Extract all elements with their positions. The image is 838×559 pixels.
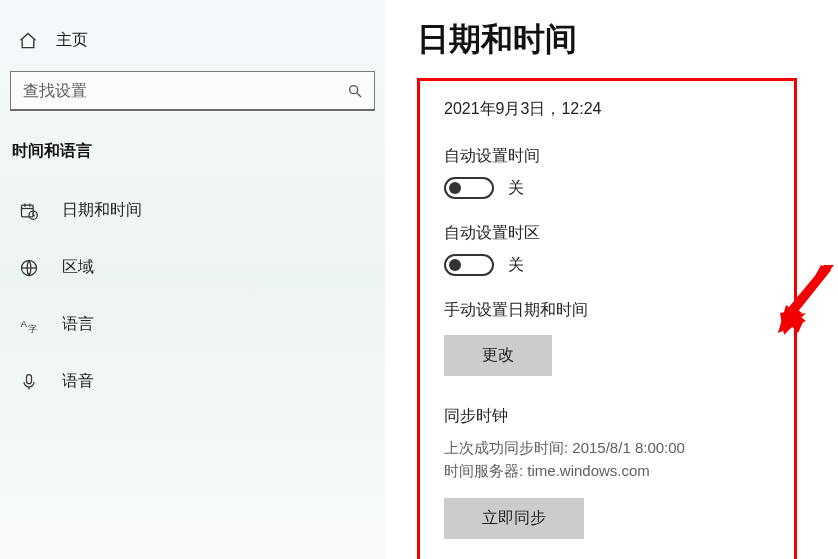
sync-clock-block: 同步时钟 上次成功同步时间: 2015/8/1 8:00:00 时间服务器: t…	[444, 406, 770, 539]
manual-datetime-label: 手动设置日期和时间	[444, 300, 770, 321]
language-icon: A 字	[18, 315, 40, 335]
settings-sidebar: 主页 时间和语言 日期和时间	[0, 0, 385, 559]
sidebar-item-speech[interactable]: 语音	[0, 353, 385, 410]
home-icon	[18, 31, 38, 51]
auto-timezone-toggle-row: 关	[444, 254, 770, 276]
sync-now-button[interactable]: 立即同步	[444, 498, 584, 539]
sidebar-section-header: 时间和语言	[0, 141, 385, 182]
page-title: 日期和时间	[417, 18, 838, 62]
svg-line-8	[33, 215, 35, 216]
toggle-knob	[449, 259, 461, 271]
sidebar-item-label: 区域	[62, 257, 94, 278]
current-datetime: 2021年9月3日，12:24	[444, 99, 770, 120]
auto-time-state: 关	[508, 178, 524, 199]
sync-clock-header: 同步时钟	[444, 406, 770, 427]
auto-time-toggle-row: 关	[444, 177, 770, 199]
change-button[interactable]: 更改	[444, 335, 552, 376]
home-label: 主页	[56, 30, 88, 51]
search-wrap	[10, 71, 375, 111]
auto-timezone-block: 自动设置时区 关	[444, 223, 770, 276]
auto-timezone-state: 关	[508, 255, 524, 276]
search-input[interactable]	[10, 71, 375, 111]
highlight-box: 2021年9月3日，12:24 自动设置时间 关 自动设置时区 关 手动设置日期…	[417, 78, 797, 559]
auto-timezone-toggle[interactable]	[444, 254, 494, 276]
microphone-icon	[18, 372, 40, 392]
sidebar-item-region[interactable]: 区域	[0, 239, 385, 296]
main-content: 日期和时间 2021年9月3日，12:24 自动设置时间 关 自动设置时区 关 …	[385, 0, 838, 559]
svg-text:A: A	[21, 318, 28, 328]
svg-line-1	[357, 93, 361, 97]
sync-server: 时间服务器: time.windows.com	[444, 460, 770, 483]
svg-rect-12	[27, 374, 32, 383]
manual-datetime-block: 手动设置日期和时间 更改	[444, 300, 770, 376]
sync-last-success: 上次成功同步时间: 2015/8/1 8:00:00	[444, 437, 770, 460]
sidebar-item-label: 日期和时间	[62, 200, 142, 221]
auto-timezone-label: 自动设置时区	[444, 223, 770, 244]
sync-info: 上次成功同步时间: 2015/8/1 8:00:00 时间服务器: time.w…	[444, 437, 770, 482]
sidebar-item-label: 语言	[62, 314, 94, 335]
auto-time-block: 自动设置时间 关	[444, 146, 770, 199]
auto-time-label: 自动设置时间	[444, 146, 770, 167]
sidebar-item-label: 语音	[62, 371, 94, 392]
search-icon[interactable]	[347, 83, 363, 99]
sidebar-item-language[interactable]: A 字 语言	[0, 296, 385, 353]
calendar-clock-icon	[18, 201, 40, 221]
auto-time-toggle[interactable]	[444, 177, 494, 199]
globe-icon	[18, 258, 40, 278]
sidebar-item-datetime[interactable]: 日期和时间	[0, 182, 385, 239]
svg-text:字: 字	[28, 323, 37, 333]
home-row[interactable]: 主页	[0, 20, 385, 71]
sidebar-nav-list: 日期和时间 区域 A 字 语言	[0, 182, 385, 410]
svg-point-0	[350, 86, 358, 94]
toggle-knob	[449, 182, 461, 194]
